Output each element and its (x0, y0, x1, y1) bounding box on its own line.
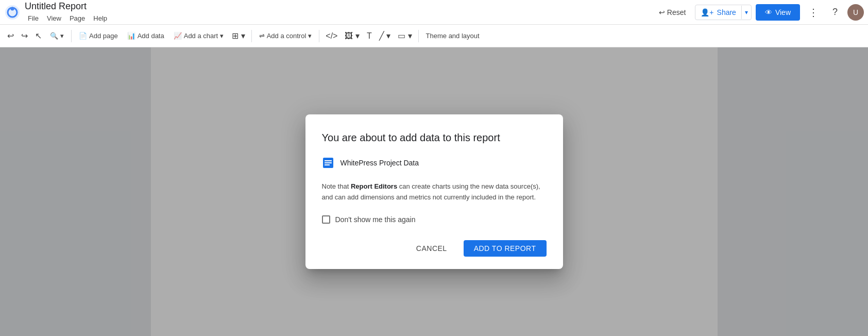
menu-page[interactable]: Page (66, 13, 88, 23)
add-data-dialog: You are about to add data to this report… (305, 114, 563, 269)
header-right: ↩ Reset 👤+ Share ▾ 👁 View ⋮ ? U (654, 4, 864, 21)
add-control-icon: ⇌ (259, 32, 265, 40)
help-button[interactable]: ? (827, 4, 843, 21)
toolbar: ↩ ↪ ↖ 🔍 ▾ 📄 Add page 📊 Add data 📈 Add a … (0, 25, 868, 47)
add-chart-icon: 📈 (174, 32, 182, 40)
add-data-button[interactable]: 📊 Add data (123, 29, 168, 43)
reset-icon: ↩ (659, 8, 665, 16)
avatar[interactable]: U (847, 4, 864, 21)
menu-view[interactable]: View (44, 13, 64, 23)
add-data-label: Add data (138, 32, 164, 40)
line-button[interactable]: ╱ ▾ (376, 28, 394, 44)
add-control-chevron: ▾ (308, 32, 312, 40)
add-data-icon: 📊 (127, 32, 135, 40)
more-options-button[interactable]: ⋮ (804, 4, 823, 21)
shape-button[interactable]: ▭ ▾ (395, 28, 415, 44)
view-label: View (775, 8, 791, 16)
share-button[interactable]: 👤+ Share (695, 5, 741, 20)
toolbar-separator-3 (319, 30, 319, 42)
share-dropdown-button[interactable]: ▾ (741, 6, 751, 19)
app-logo (4, 4, 21, 21)
add-chart-button[interactable]: 📈 Add a chart ▾ (169, 29, 228, 43)
modal-overlay: You are about to add data to this report… (0, 47, 868, 336)
toolbar-separator-4 (418, 30, 419, 42)
share-wrapper: 👤+ Share ▾ (695, 5, 752, 20)
title-bar: Untitled Report File View Page Help ↩ Re… (0, 0, 868, 25)
reset-label: Reset (667, 8, 686, 16)
menu-file[interactable]: File (25, 13, 42, 23)
cancel-button[interactable]: CANCEL (408, 240, 455, 257)
theme-layout-label: Theme and layout (426, 32, 480, 40)
svg-rect-5 (325, 162, 332, 163)
add-control-label: Add a control (267, 32, 307, 40)
svg-point-2 (11, 7, 14, 10)
add-page-button[interactable]: 📄 Add page (75, 29, 122, 43)
note-bold: Report Editors (351, 182, 397, 190)
toolbar-separator-2 (251, 30, 252, 42)
dialog-actions: CANCEL ADD TO REPORT (322, 240, 547, 257)
add-page-label: Add page (89, 32, 118, 40)
add-control-button[interactable]: ⇌ Add a control ▾ (255, 29, 316, 43)
dialog-title: You are about to add data to this report (322, 131, 547, 144)
eye-icon: 👁 (765, 8, 772, 16)
text-button[interactable]: T (364, 28, 375, 44)
embed-button[interactable]: </> (322, 28, 341, 44)
svg-rect-4 (325, 160, 332, 161)
dont-show-checkbox[interactable] (322, 215, 330, 224)
redo-button[interactable]: ↪ (18, 28, 31, 44)
share-label: Share (717, 8, 736, 16)
note-prefix: Note that (322, 182, 351, 190)
data-source-row: WhitePress Project Data (322, 157, 547, 169)
data-source-name: WhitePress Project Data (341, 159, 419, 167)
report-title[interactable]: Untitled Report (25, 1, 110, 12)
toolbar-separator-1 (71, 30, 72, 42)
chevron-down-icon: ▾ (745, 9, 748, 16)
select-button[interactable]: ↖ (32, 28, 45, 44)
main-area: You are about to add data to this report… (0, 47, 868, 336)
checkbox-row[interactable]: Don't show me this again (322, 215, 547, 224)
component-grid-button[interactable]: ⊞ ▾ (229, 28, 248, 44)
zoom-button[interactable]: 🔍 ▾ (46, 29, 68, 43)
theme-layout-button[interactable]: Theme and layout (422, 29, 484, 43)
add-chart-label: Add a chart (184, 32, 218, 40)
reset-button[interactable]: ↩ Reset (654, 5, 691, 20)
checkbox-label[interactable]: Don't show me this again (335, 215, 416, 224)
menu-bar: File View Page Help (25, 13, 110, 23)
view-button[interactable]: 👁 View (756, 4, 800, 21)
svg-rect-6 (325, 164, 330, 165)
add-to-report-button[interactable]: ADD TO REPORT (464, 240, 547, 257)
share-person-icon: 👤+ (701, 8, 713, 16)
dialog-note: Note that Report Editors can create char… (322, 181, 547, 203)
add-chart-chevron: ▾ (220, 32, 224, 40)
data-source-icon (322, 157, 334, 169)
menu-help[interactable]: Help (90, 13, 110, 23)
zoom-icon: 🔍 (50, 32, 58, 40)
zoom-chevron: ▾ (60, 32, 64, 40)
undo-button[interactable]: ↩ (4, 28, 17, 44)
add-page-icon: 📄 (79, 32, 87, 40)
image-button[interactable]: 🖼 ▾ (342, 28, 362, 44)
title-info: Untitled Report File View Page Help (25, 1, 110, 23)
